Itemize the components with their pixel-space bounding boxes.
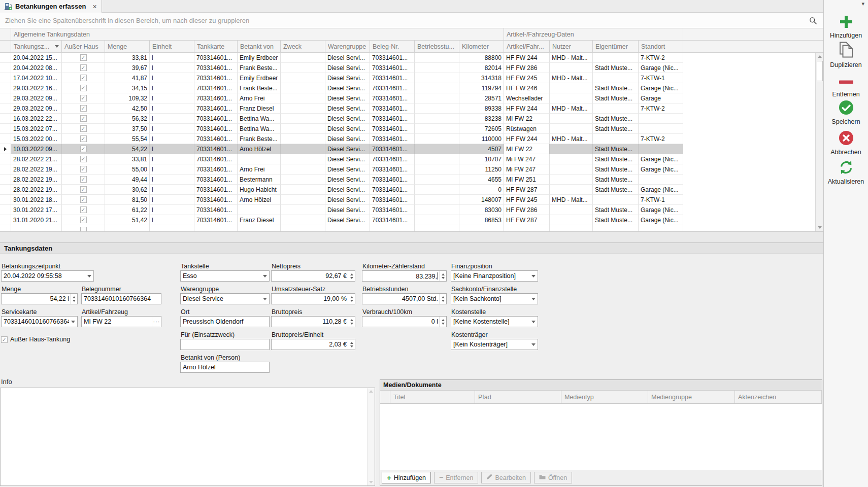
cell-artikel[interactable]: HF FW 287	[504, 215, 550, 225]
table-row[interactable]: 15.03.2022 00...✓55,54l703314601...Frank…	[0, 134, 815, 144]
cell-betrieb[interactable]	[415, 124, 459, 134]
cell-beleg[interactable]: 703314601...	[370, 205, 415, 215]
cell-einheit[interactable]: l	[150, 185, 194, 195]
cell-km[interactable]: 72605	[459, 124, 504, 134]
cell-gruppe[interactable]: Diesel Servi...	[325, 134, 370, 144]
cell-von[interactable]: Frank Beste...	[238, 63, 281, 73]
cell-nutzer[interactable]	[550, 164, 593, 175]
cell-km[interactable]: 148007	[459, 195, 504, 205]
action-cancel-button[interactable]: Abbrechen	[824, 130, 868, 156]
cell-ausser[interactable]: ✓	[62, 83, 105, 93]
cell-karte[interactable]: 703314601...	[194, 114, 238, 124]
cell-menge[interactable]: 33,81	[105, 154, 150, 164]
spinner-buttons[interactable]	[348, 271, 355, 281]
ausser-haus-checkbox[interactable]: ✓	[80, 64, 87, 71]
ausser-haus-tankung-checkbox[interactable]: ✓	[1, 336, 8, 343]
column-header-betrieb[interactable]: Betriebsstu...	[415, 41, 459, 53]
field-fuer_einsatzzweck[interactable]	[180, 339, 270, 350]
cell-zeit[interactable]: 16.03.2022 22...	[11, 114, 62, 124]
cell-standort[interactable]	[639, 144, 683, 154]
cell-ausser[interactable]: ✓	[62, 215, 105, 225]
scroll-up-icon[interactable]	[816, 53, 823, 60]
cell-von[interactable]: Arno Hölzel	[238, 144, 281, 154]
cell-standort[interactable]: Garage (Nic...	[639, 63, 683, 73]
cell-km[interactable]: 4655	[459, 175, 504, 185]
table-row[interactable]: 30.01.2022 18...✓81,50l703314601...Arno …	[0, 195, 815, 205]
cell-zweck[interactable]	[281, 144, 325, 154]
cell-ausser[interactable]: ✓	[62, 154, 105, 164]
field-sachkonto_finanzstelle[interactable]: [Kein Sachkonto]	[451, 293, 538, 304]
cell-artikel[interactable]: HF FW 244	[504, 53, 550, 63]
info-textarea[interactable]	[0, 388, 375, 486]
cell-zweck[interactable]	[281, 164, 325, 175]
cell-gruppe[interactable]: Diesel Servi...	[325, 73, 370, 83]
cell-beleg[interactable]: 703314601...	[370, 154, 415, 164]
cell-eigen[interactable]	[593, 53, 639, 63]
cell-karte[interactable]: 703314601...	[194, 164, 238, 175]
cell-eigen[interactable]: Stadt Muste...	[593, 205, 639, 215]
cell-standort[interactable]: Garage	[639, 93, 683, 103]
ausser-haus-checkbox[interactable]: ✓	[80, 217, 87, 223]
cell-von[interactable]: Emily Erdbeer	[238, 53, 281, 63]
cell-km[interactable]: 86853	[459, 215, 504, 225]
chevron-down-icon[interactable]	[261, 271, 269, 281]
cell-ausser[interactable]: ✓	[62, 134, 105, 144]
cell-zeit[interactable]: 30.01.2022 18...	[11, 195, 62, 205]
cell-von[interactable]	[238, 205, 281, 215]
cell-zweck[interactable]	[281, 215, 325, 225]
cell-eigen[interactable]	[593, 73, 639, 83]
scroll-down-icon[interactable]	[816, 224, 823, 231]
field-umsatzsteuer_satz[interactable]: 19,00 %	[271, 293, 355, 304]
cell-standort[interactable]: Garage (Nic...	[639, 185, 683, 195]
chevron-down-icon[interactable]	[69, 317, 77, 327]
cell-zeit[interactable]: 29.03.2022 16...	[11, 83, 62, 93]
cell-zeit[interactable]: 28.02.2022 19...	[11, 175, 62, 185]
cell-gruppe[interactable]: Diesel Servi...	[325, 205, 370, 215]
cell-menge[interactable]: 61,22	[105, 205, 150, 215]
action-duplicate-button[interactable]: Duplizieren	[824, 41, 868, 68]
cell-km[interactable]: 119794	[459, 83, 504, 93]
cell-km[interactable]: 83030	[459, 205, 504, 215]
cell-nutzer[interactable]	[550, 205, 593, 215]
cell-ausser[interactable]: ✓	[62, 175, 105, 185]
cell-beleg[interactable]: 703314601...	[370, 53, 415, 63]
column-header-zweck[interactable]: Zweck	[281, 41, 325, 53]
cell-betrieb[interactable]	[415, 164, 459, 175]
cell-nutzer[interactable]	[550, 144, 593, 154]
cell-standort[interactable]: Garage (Nic...	[639, 83, 683, 93]
cell-artikel[interactable]: Rüstwagen	[504, 124, 550, 134]
table-row[interactable]: 31.01.2020 21...✓51,42l703314601...Franz…	[0, 215, 815, 225]
cell-km[interactable]: 314318	[459, 73, 504, 83]
cell-zeit[interactable]: 30.01.2022 17...	[11, 205, 62, 215]
table-row[interactable]: 28.02.2022 21...✓33,81l703314601...Diese…	[0, 154, 815, 164]
cell-nutzer[interactable]	[550, 175, 593, 185]
cell-nutzer[interactable]	[550, 93, 593, 103]
cell-eigen[interactable]	[593, 103, 639, 114]
cell-betrieb[interactable]	[415, 63, 459, 73]
table-row[interactable]: 29.03.2022 09...✓42,50l703314601...Franz…	[0, 103, 815, 114]
cell-betrieb[interactable]	[415, 73, 459, 83]
close-icon[interactable]: ×	[92, 3, 96, 11]
cell-von[interactable]: Bestermann	[238, 175, 281, 185]
ausser-haus-checkbox[interactable]: ✓	[80, 54, 87, 61]
cell-beleg[interactable]: 703314601...	[370, 215, 415, 225]
media-column-header-pfad[interactable]: Pfad	[475, 391, 561, 403]
cell-betrieb[interactable]	[415, 93, 459, 103]
cell-einheit[interactable]: l	[150, 103, 194, 114]
cell-beleg[interactable]: 703314601...	[370, 93, 415, 103]
cell-einheit[interactable]: l	[150, 195, 194, 205]
cell-standort[interactable]: 7-KTW-1	[639, 73, 683, 83]
column-header-menge[interactable]: Menge	[105, 41, 150, 53]
media-table-body[interactable]	[380, 404, 822, 470]
cell-nutzer[interactable]: MHD - Malt...	[550, 53, 593, 63]
column-header-km[interactable]: Kilometer	[459, 41, 504, 53]
column-header-standort[interactable]: Standort	[639, 41, 683, 53]
cell-menge[interactable]: 55,54	[105, 134, 150, 144]
cell-zeit[interactable]: 28.02.2022 19...	[11, 185, 62, 195]
cell-menge[interactable]: 51,42	[105, 215, 150, 225]
column-header-karte[interactable]: Tankkarte	[194, 41, 238, 53]
cell-einheit[interactable]: l	[150, 93, 194, 103]
cell-karte[interactable]: 703314601...	[194, 134, 238, 144]
cell-einheit[interactable]: l	[150, 205, 194, 215]
cell-karte[interactable]: 703314601...	[194, 63, 238, 73]
